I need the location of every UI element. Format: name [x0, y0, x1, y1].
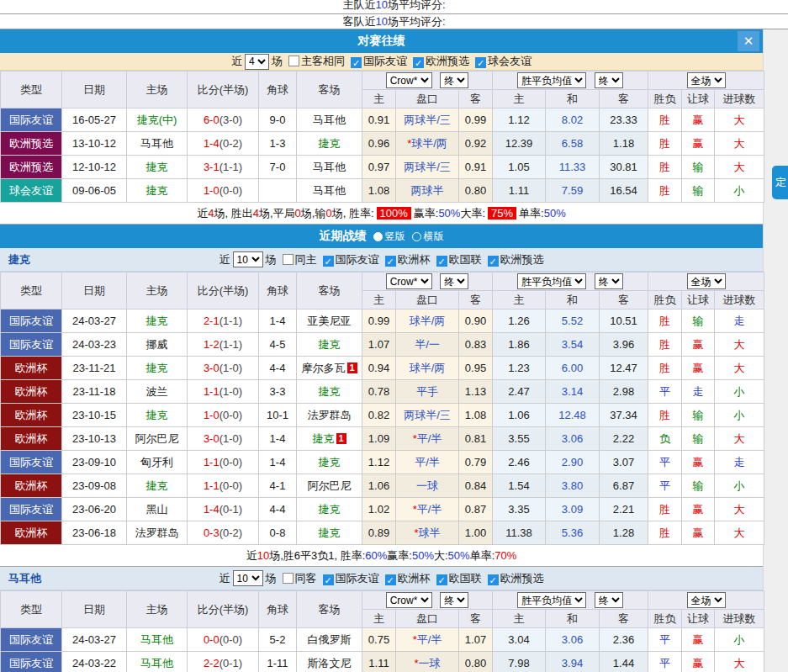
cell-date: 23-11-21 [62, 357, 127, 380]
text-segment: 场, 胜率: [332, 206, 374, 221]
cell-match-type: 欧洲杯 [1, 474, 62, 498]
checkbox-欧国联[interactable]: ✓ [436, 256, 447, 267]
avg-type-select[interactable]: 胜平负均值 [517, 273, 586, 289]
avg-time-select[interactable]: 终 [595, 592, 623, 608]
col-avg-home: 主 [493, 610, 546, 628]
cell-avg-draw: 3.54 [546, 333, 600, 357]
checkbox-国际友谊[interactable]: ✓ [323, 256, 334, 267]
checkbox-欧洲预选[interactable]: ✓ [488, 574, 499, 585]
period-select[interactable]: 全场 [687, 72, 726, 88]
checkbox-主客相同[interactable] [288, 56, 299, 66]
checkbox-同主[interactable] [283, 254, 294, 265]
cell-avg-draw: 12.48 [546, 404, 600, 427]
checkbox-球会友谊[interactable]: ✓ [475, 57, 486, 68]
side-tab-ding[interactable]: 定 [772, 166, 788, 199]
cell-handicap-result: 赢 [682, 132, 715, 156]
cell-away-team: 捷克1 [297, 427, 362, 451]
avg-time-select[interactable]: 终 [595, 273, 623, 289]
near-label: 近 [219, 571, 230, 586]
table-row: 欧洲预选12-10-12捷克3-1(1-1)7-0马耳他0.97两球半/三0.9… [1, 156, 764, 179]
checkbox-欧洲杯[interactable]: ✓ [385, 574, 396, 585]
col-date: 日期 [62, 71, 127, 108]
bookmaker-select[interactable]: Crow* [386, 273, 432, 289]
cell-date: 24-03-27 [62, 628, 127, 652]
cell-avg-away: 2.98 [600, 380, 648, 404]
checkbox-欧洲杯[interactable]: ✓ [385, 256, 396, 267]
checkbox-国际友谊[interactable]: ✓ [351, 57, 362, 68]
cell-result: 平 [648, 451, 682, 474]
col-home: 主场 [127, 273, 188, 310]
checkbox-欧洲预选[interactable]: ✓ [488, 256, 499, 267]
cell-home-team: 捷克 [127, 179, 188, 203]
avg-type-select[interactable]: 胜平负均值 [517, 592, 586, 608]
bookmaker-select[interactable]: Crow* [386, 592, 432, 608]
cell-away-team: 捷克 [297, 521, 362, 545]
table-row: 欧洲杯23-10-13阿尔巴尼3-0(1-0)1-4捷克11.09*平/半0.8… [1, 427, 764, 451]
col-corner: 角球 [259, 273, 297, 310]
cell-avg-away: 3.07 [600, 451, 648, 474]
cell-handicap-result: 输 [682, 474, 715, 498]
period-select[interactable]: 全场 [687, 273, 726, 289]
cell-avg-draw: 8.02 [546, 108, 600, 132]
cell-goals-result: 小 [715, 404, 764, 427]
period-select[interactable]: 全场 [687, 592, 726, 608]
vertical-radio[interactable] [373, 232, 383, 241]
cell-avg-away: 37.34 [600, 404, 648, 427]
text-segment: 0 [325, 207, 331, 220]
cell-avg-home: 1.54 [493, 474, 546, 498]
table-row: 国际友谊16-05-27捷克(中)6-0(3-0)9-0马耳他0.91两球半/三… [1, 108, 764, 132]
vertical-label: 竖版 [385, 230, 405, 244]
col-result: 胜负 [648, 90, 682, 108]
close-icon[interactable]: ✕ [738, 31, 759, 51]
text-segment: 近 [246, 548, 257, 564]
text-segment: 大: [434, 548, 448, 564]
games-label: 场 [272, 54, 283, 69]
cell-date: 23-09-08 [62, 474, 127, 498]
avg-type-select[interactable]: 胜平负均值 [517, 72, 586, 88]
h2h-count-select[interactable]: 4 [245, 54, 269, 70]
col-handicap: 盘口 [396, 610, 459, 628]
text-segment: 单率: [470, 548, 495, 564]
bookmaker-select[interactable]: Crow* [386, 72, 432, 88]
near-label: 近 [231, 54, 242, 69]
cell-home-team: 捷克 [127, 310, 188, 333]
cell-handicap: *球半 [396, 521, 459, 545]
col-result: 胜负 [648, 610, 682, 628]
team2-count-select[interactable]: 10 [233, 570, 263, 586]
col-away: 客场 [297, 591, 362, 628]
col-home: 主场 [127, 591, 188, 628]
cell-handicap: 平/半 [396, 451, 459, 474]
cell-goals-result: 大 [715, 156, 764, 179]
col-corner: 角球 [259, 71, 297, 108]
cell-date: 23-06-18 [62, 521, 127, 545]
col-odds-home: 主 [362, 291, 396, 310]
col-avg-away: 客 [600, 291, 648, 310]
odds-time-select[interactable]: 终 [440, 273, 468, 289]
cell-avg-home: 1.12 [493, 108, 546, 132]
cell-away-odds: 0.90 [459, 310, 493, 333]
checkbox-欧洲预选[interactable]: ✓ [413, 57, 424, 68]
cell-home-team: 马耳他 [127, 652, 188, 672]
col-date: 日期 [62, 273, 127, 310]
cell-match-type: 国际友谊 [1, 451, 62, 474]
cell-avg-home: 2.46 [493, 451, 546, 474]
cell-avg-draw: 5.36 [546, 521, 600, 545]
checkbox-欧国联[interactable]: ✓ [436, 574, 447, 585]
games-label: 场 [266, 252, 277, 267]
checkbox-label: 国际友谊 [363, 55, 407, 67]
cell-home-team: 阿尔巴尼 [127, 427, 188, 451]
team2-filter-checkboxes: 同客✓国际友谊✓欧洲杯✓欧国联✓欧洲预选 [277, 571, 544, 586]
cell-avg-away: 23.33 [600, 108, 648, 132]
horizontal-radio[interactable] [412, 232, 421, 241]
odds-time-select[interactable]: 终 [440, 72, 468, 88]
checkbox-同客[interactable] [283, 573, 294, 584]
avg-time-select[interactable]: 终 [595, 72, 623, 88]
checkbox-国际友谊[interactable]: ✓ [323, 574, 334, 585]
odds-time-select[interactable]: 终 [440, 592, 468, 608]
team1-count-select[interactable]: 10 [233, 251, 263, 267]
text-segment: 场,胜6平3负1, 胜率: [269, 548, 365, 564]
col-score: 比分(半场) [188, 273, 259, 310]
cell-handicap-result: 输 [682, 156, 715, 179]
cell-home-team: 法罗群岛 [127, 521, 188, 545]
cell-home-odds: 0.82 [362, 404, 396, 427]
